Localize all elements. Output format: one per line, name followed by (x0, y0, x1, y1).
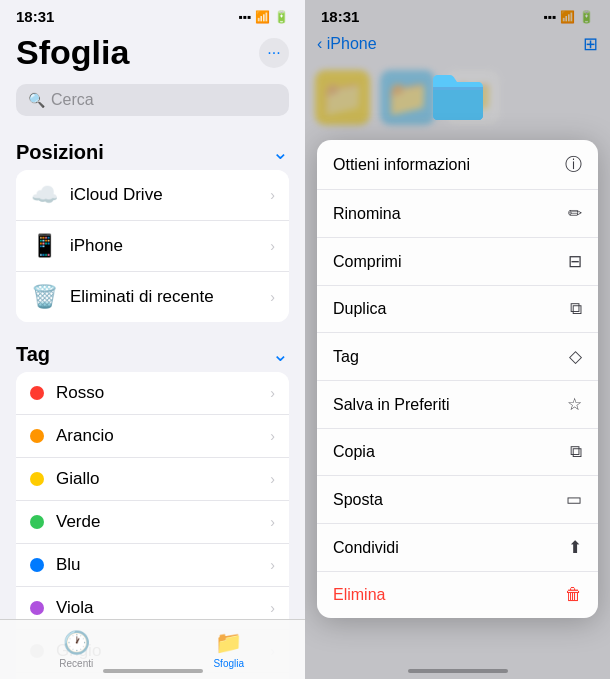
home-indicator-left (103, 669, 203, 673)
page-title: Sfoglia (16, 33, 129, 72)
tag-label-arancio: Arancio (56, 426, 270, 446)
right-panel: 18:31 ▪▪▪ 📶 🔋 ‹ iPhone ⊞ 📁 📁 📁 Ottieni i… (305, 0, 610, 679)
ctx-delete-icon: 🗑 (565, 585, 582, 605)
tag-toggle[interactable]: ⌄ (272, 342, 289, 366)
section-posizioni-header: Posizioni ⌄ (0, 128, 305, 170)
section-tag-title: Tag (16, 343, 50, 366)
page-header: Sfoglia ··· (0, 29, 305, 80)
ctx-rename[interactable]: Rinomina ✏ (317, 190, 598, 238)
tag-dot-arancio (30, 429, 44, 443)
tag-verde[interactable]: Verde › (16, 501, 289, 544)
eliminati-label: Eliminati di recente (70, 287, 270, 307)
icloud-chevron: › (270, 187, 275, 203)
ctx-compress-label: Comprimi (333, 253, 401, 271)
tag-dot-viola (30, 601, 44, 615)
ctx-tag[interactable]: Tag ◇ (317, 333, 598, 381)
tag-label-viola: Viola (56, 598, 270, 618)
selected-folder (428, 70, 488, 139)
tab-sfoglia[interactable]: 📁 Sfoglia (153, 630, 306, 669)
tag-dot-giallo (30, 472, 44, 486)
posizioni-toggle[interactable]: ⌄ (272, 140, 289, 164)
ctx-copy-icon: ⧉ (570, 442, 582, 462)
tag-rosso[interactable]: Rosso › (16, 372, 289, 415)
search-placeholder: Cerca (51, 91, 94, 109)
ctx-rename-icon: ✏ (568, 203, 582, 224)
ctx-info[interactable]: Ottieni informazioni ⓘ (317, 140, 598, 190)
tag-dot-blu (30, 558, 44, 572)
posizioni-list: ☁️ iCloud Drive › 📱 iPhone › 🗑️ Eliminat… (16, 170, 289, 322)
ctx-delete[interactable]: Elimina 🗑 (317, 572, 598, 618)
ctx-move-icon: ▭ (566, 489, 582, 510)
section-tag-header: Tag ⌄ (0, 330, 305, 372)
ctx-share-icon: ⬆ (568, 537, 582, 558)
ctx-duplicate-label: Duplica (333, 300, 386, 318)
ctx-share-label: Condividi (333, 539, 399, 557)
sfoglia-icon: 📁 (215, 630, 242, 656)
ctx-rename-label: Rinomina (333, 205, 401, 223)
eliminati-chevron: › (270, 289, 275, 305)
tag-label-giallo: Giallo (56, 469, 270, 489)
tab-recenti[interactable]: 🕐 Recenti (0, 630, 153, 669)
status-icons-left: ▪▪▪ 📶 🔋 (238, 10, 289, 24)
tag-dot-rosso (30, 386, 44, 400)
list-item-icloud[interactable]: ☁️ iCloud Drive › (16, 170, 289, 221)
tag-blu[interactable]: Blu › (16, 544, 289, 587)
trash-icon: 🗑️ (30, 283, 58, 311)
more-button[interactable]: ··· (259, 38, 289, 68)
left-panel: 18:31 ▪▪▪ 📶 🔋 Sfoglia ··· 🔍 Cerca Posizi… (0, 0, 305, 679)
search-icon: 🔍 (28, 92, 45, 108)
ctx-save-fav-icon: ☆ (567, 394, 582, 415)
ctx-copy[interactable]: Copia ⧉ (317, 429, 598, 476)
more-icon: ··· (267, 44, 280, 62)
list-item-iphone[interactable]: 📱 iPhone › (16, 221, 289, 272)
iphone-chevron: › (270, 238, 275, 254)
tag-label-verde: Verde (56, 512, 270, 532)
tag-giallo[interactable]: Giallo › (16, 458, 289, 501)
ctx-compress[interactable]: Comprimi ⊟ (317, 238, 598, 286)
ctx-copy-label: Copia (333, 443, 375, 461)
recenti-label: Recenti (59, 658, 93, 669)
ctx-move[interactable]: Sposta ▭ (317, 476, 598, 524)
recenti-icon: 🕐 (63, 630, 90, 656)
ctx-tag-label: Tag (333, 348, 359, 366)
ctx-duplicate[interactable]: Duplica ⧉ (317, 286, 598, 333)
iphone-icon: 📱 (30, 232, 58, 260)
ctx-move-label: Sposta (333, 491, 383, 509)
search-bar[interactable]: 🔍 Cerca (16, 84, 289, 116)
iphone-label: iPhone (70, 236, 270, 256)
context-menu: Ottieni informazioni ⓘ Rinomina ✏ Compri… (317, 140, 598, 618)
status-bar-left: 18:31 ▪▪▪ 📶 🔋 (0, 0, 305, 29)
list-item-eliminati[interactable]: 🗑️ Eliminati di recente › (16, 272, 289, 322)
ctx-info-icon: ⓘ (565, 153, 582, 176)
time-left: 18:31 (16, 8, 54, 25)
tag-label-rosso: Rosso (56, 383, 270, 403)
ctx-delete-label: Elimina (333, 586, 385, 604)
sfoglia-label: Sfoglia (213, 658, 244, 669)
section-posizioni-title: Posizioni (16, 141, 104, 164)
tag-arancio[interactable]: Arancio › (16, 415, 289, 458)
ctx-duplicate-icon: ⧉ (570, 299, 582, 319)
ctx-compress-icon: ⊟ (568, 251, 582, 272)
ctx-info-label: Ottieni informazioni (333, 156, 470, 174)
scroll-content: Posizioni ⌄ ☁️ iCloud Drive › 📱 iPhone ›… (0, 128, 305, 679)
ctx-share[interactable]: Condividi ⬆ (317, 524, 598, 572)
tag-dot-verde (30, 515, 44, 529)
icloud-label: iCloud Drive (70, 185, 270, 205)
ctx-save-fav[interactable]: Salva in Preferiti ☆ (317, 381, 598, 429)
ctx-tag-icon: ◇ (569, 346, 582, 367)
tag-label-blu: Blu (56, 555, 270, 575)
ctx-save-fav-label: Salva in Preferiti (333, 396, 450, 414)
icloud-icon: ☁️ (30, 181, 58, 209)
